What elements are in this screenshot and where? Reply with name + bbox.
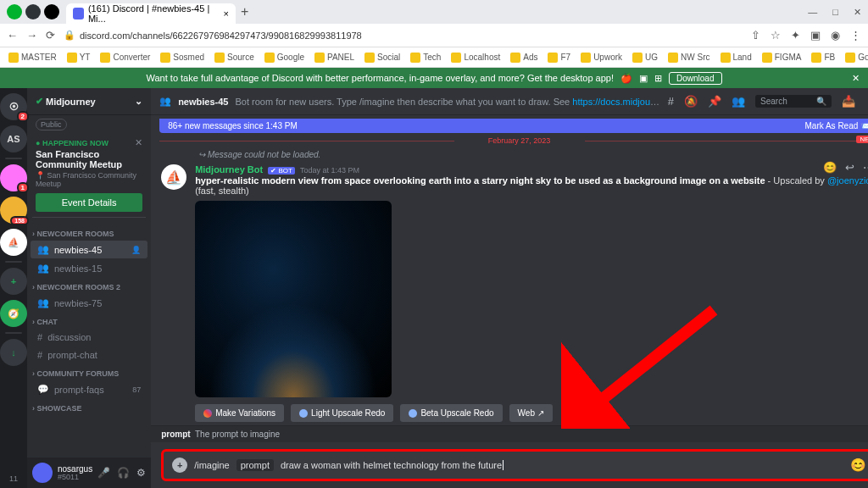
server-icon-active[interactable]: ⛵: [0, 229, 27, 256]
download-button[interactable]: ↓: [0, 339, 27, 366]
chevron-down-icon: ⌄: [135, 96, 142, 107]
category-header[interactable]: › NEWCOMER ROOMS 2: [27, 278, 151, 293]
deafen-icon[interactable]: 🎧: [117, 467, 130, 479]
bookmark[interactable]: Tech: [407, 53, 444, 63]
ext-icon[interactable]: [7, 4, 22, 19]
browser-tab[interactable]: (161) Discord | #newbies-45 | Mi... ×: [66, 3, 236, 24]
username: nosargus: [58, 464, 92, 474]
bookmark[interactable]: MASTER: [5, 53, 60, 63]
reload-icon[interactable]: ⟳: [46, 29, 55, 42]
bookmark[interactable]: F7: [544, 53, 574, 63]
banner-text: Want to take full advantage of Discord w…: [147, 73, 615, 83]
channel-item[interactable]: 👥newbies-75: [31, 294, 147, 312]
mute-icon[interactable]: 🎤: [97, 467, 110, 479]
search-input[interactable]: Search🔍: [755, 95, 832, 108]
bookmark[interactable]: Land: [717, 53, 755, 63]
mention[interactable]: @joenyzio: [827, 175, 868, 186]
message-input[interactable]: + /imagine prompt draw a woman with helm…: [161, 449, 868, 481]
bookmark[interactable]: FB: [808, 53, 838, 63]
generated-image[interactable]: [195, 201, 392, 397]
notifications-icon[interactable]: 🔕: [684, 95, 698, 108]
channel-item[interactable]: #prompt-chat: [31, 347, 147, 363]
channel-item[interactable]: 👥newbies-15: [31, 259, 147, 277]
ext-icon[interactable]: [25, 4, 41, 19]
server-icon[interactable]: 158: [0, 197, 27, 224]
members-icon[interactable]: 👥: [732, 95, 745, 108]
download-button[interactable]: Download: [669, 72, 721, 85]
bookmarks-bar: MASTERYTConverterSosmedSourceGooglePANEL…: [0, 47, 868, 68]
bookmark[interactable]: Upwork: [577, 53, 626, 63]
pinned-icon[interactable]: 📌: [708, 95, 721, 108]
extensions-icon[interactable]: ✦: [791, 29, 800, 42]
menu-icon[interactable]: ⋮: [850, 29, 861, 42]
action-button[interactable]: Make Variations: [195, 404, 284, 422]
bookmark[interactable]: NW Src: [665, 53, 713, 63]
tab-title: (161) Discord | #newbies-45 | Mi...: [88, 3, 220, 24]
channel-topic: Bot room for new users. Type /imagine th…: [235, 97, 660, 107]
forward-icon[interactable]: →: [26, 29, 37, 42]
settings-icon[interactable]: ⚙: [136, 467, 146, 479]
public-badge: Public: [36, 119, 67, 130]
category-header[interactable]: › NEWCOMER ROOMS: [27, 225, 151, 240]
back-icon[interactable]: ←: [7, 29, 18, 42]
bookmark[interactable]: UG: [629, 53, 661, 63]
bookmark[interactable]: Gov: [842, 53, 868, 63]
input-value: draw a woman with helmet technology from…: [281, 460, 504, 470]
inbox-icon[interactable]: 📥: [842, 95, 855, 108]
channel-item[interactable]: 👥newbies-45👤: [31, 241, 147, 258]
url-bar[interactable]: 🔒 discord.com/channels/66226797698429747…: [64, 30, 743, 41]
bookmark[interactable]: Source: [211, 53, 258, 63]
category-header[interactable]: › COMMUNITY FORUMS: [27, 364, 151, 380]
server-icon[interactable]: 1: [0, 164, 27, 191]
close-icon[interactable]: ✕: [854, 7, 861, 18]
browser-titlebar: (161) Discord | #newbies-45 | Mi... × + …: [0, 0, 868, 24]
slash-command: /imagine: [194, 460, 230, 470]
category-header[interactable]: › CHAT: [27, 313, 151, 328]
attach-button[interactable]: +: [172, 458, 187, 473]
action-button[interactable]: Web ↗: [509, 404, 553, 422]
bookmark[interactable]: FIGMA: [759, 53, 805, 63]
add-server-button[interactable]: +: [0, 268, 27, 295]
date-divider: February 27, 2023NEW: [151, 136, 868, 145]
bookmark[interactable]: PANEL: [311, 53, 358, 63]
reading-icon[interactable]: ▣: [810, 29, 821, 42]
category-header[interactable]: › SHOWCASE: [27, 399, 151, 414]
ext-icon[interactable]: [44, 4, 59, 19]
bookmark[interactable]: Localhost: [448, 53, 504, 63]
bookmark[interactable]: Sosmed: [157, 53, 208, 63]
channel-item[interactable]: #discussion: [31, 329, 147, 346]
threads-icon[interactable]: #: [668, 95, 674, 108]
bot-avatar[interactable]: ⛵: [161, 164, 186, 190]
close-icon[interactable]: ✕: [852, 73, 860, 84]
server-count: 11: [9, 474, 18, 483]
close-icon[interactable]: ×: [224, 8, 229, 19]
channel-item[interactable]: 💬prompt-faqs87: [31, 380, 147, 398]
minimize-icon[interactable]: —: [808, 7, 817, 18]
new-tab-button[interactable]: +: [241, 4, 248, 19]
event-card[interactable]: ✕ ● HAPPENING NOW San Francisco Communit…: [32, 134, 146, 218]
author[interactable]: Midjourney Bot: [195, 164, 263, 175]
channel-sidebar: ✔ Midjourney⌄ Public ✕ ● HAPPENING NOW S…: [27, 88, 151, 488]
server-header[interactable]: ✔ Midjourney⌄: [27, 88, 151, 115]
maximize-icon[interactable]: □: [832, 7, 838, 18]
download-banner: Want to take full advantage of Discord w…: [0, 68, 868, 88]
bookmark[interactable]: Converter: [97, 53, 153, 63]
bookmark[interactable]: Google: [261, 53, 308, 63]
share-icon[interactable]: ⇧: [751, 29, 760, 42]
star-icon[interactable]: ☆: [771, 29, 781, 42]
explore-button[interactable]: 🧭: [0, 300, 27, 327]
bookmark[interactable]: YT: [64, 53, 94, 63]
profile-icon[interactable]: ◉: [831, 29, 840, 42]
event-details-button[interactable]: Event Details: [36, 193, 142, 212]
home-button[interactable]: ⦿2: [0, 93, 27, 120]
emoji-button[interactable]: 😊: [850, 458, 866, 473]
bookmark[interactable]: Ads: [507, 53, 541, 63]
new-messages-bar[interactable]: 86+ new messages since 1:43 PMMark As Re…: [159, 119, 868, 133]
close-icon[interactable]: ✕: [135, 137, 142, 148]
bookmark[interactable]: Social: [361, 53, 403, 63]
server-icon[interactable]: AS: [0, 125, 27, 152]
avatar[interactable]: [32, 463, 53, 483]
action-button[interactable]: Beta Upscale Redo: [400, 404, 502, 422]
apple-icon: 🍎: [620, 73, 632, 84]
action-button[interactable]: Light Upscale Redo: [291, 404, 393, 422]
